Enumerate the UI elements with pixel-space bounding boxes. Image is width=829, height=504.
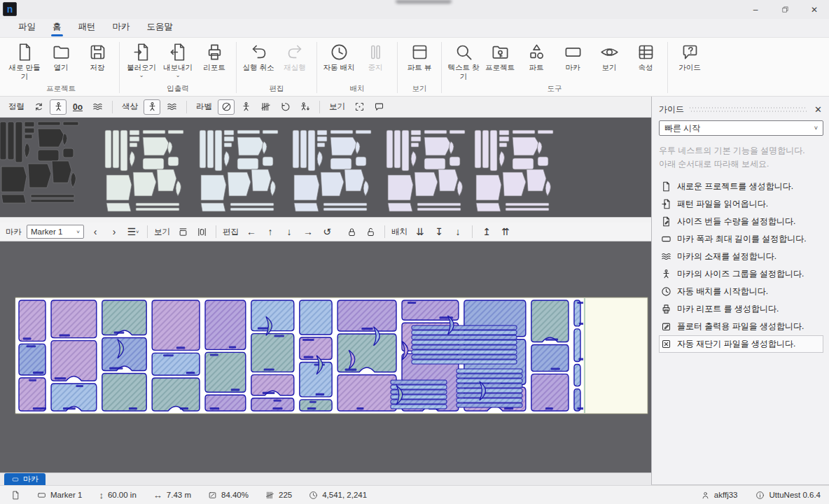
ribbon-group-label: 입출력 xyxy=(124,83,232,96)
close-icon: ✕ xyxy=(811,5,818,15)
label-direction-button[interactable] xyxy=(296,99,313,115)
guide-step-fabric[interactable]: 마카의 소재를 설정합니다. xyxy=(659,248,823,265)
rectangle-icon xyxy=(37,491,46,500)
menu-home[interactable]: 홈 xyxy=(44,18,70,37)
minimize-icon: – xyxy=(753,5,758,15)
unlock-icon xyxy=(365,227,376,237)
report-button[interactable]: 리포트 xyxy=(197,41,232,72)
new-project-button[interactable]: 새로 만들기 xyxy=(7,41,42,80)
waves-icon xyxy=(661,251,671,262)
label-size-button[interactable] xyxy=(237,99,254,115)
guide-step-plotter-file[interactable]: 플로터 출력용 파일을 생성합니다. xyxy=(659,318,823,335)
close-icon[interactable]: ✕ xyxy=(813,104,823,115)
new-document-icon xyxy=(15,43,34,62)
guide-step-size-group[interactable]: 마카의 사이즈 그룹을 설정합니다. xyxy=(659,265,823,283)
marker-select[interactable]: Marker 1 ˅ xyxy=(27,225,84,239)
margin-top-button[interactable] xyxy=(175,224,190,239)
pack-down-button[interactable]: ⇊ xyxy=(412,224,428,239)
pattern-thumbnail-strip[interactable] xyxy=(0,118,651,217)
redo-button[interactable]: 재실행 xyxy=(277,41,312,72)
margin-side-icon xyxy=(197,227,207,237)
export-button[interactable]: 내보내기⌄ xyxy=(160,41,195,78)
marker-menu-button[interactable]: ☰˅ xyxy=(125,224,141,239)
label-count-button[interactable] xyxy=(257,99,274,115)
ribbon-group-io: 불러오기⌄ 내보내기⌄ 리포트 입출력 xyxy=(121,39,235,96)
marker-canvas[interactable] xyxy=(0,241,651,472)
status-user[interactable]: akffj33 xyxy=(701,491,738,500)
snap-up-button[interactable]: ↥ xyxy=(479,224,494,239)
marker-group-label: 마카 xyxy=(6,227,23,237)
move-right-button[interactable]: → xyxy=(300,224,316,239)
auto-nest-button[interactable]: 자동 배치 xyxy=(321,41,356,72)
close-button[interactable]: ✕ xyxy=(800,0,829,19)
annotation-button[interactable] xyxy=(370,99,387,115)
fit-view-button[interactable] xyxy=(351,99,368,115)
move-up-button[interactable]: ↑ xyxy=(263,224,278,239)
export-icon xyxy=(169,43,188,62)
lock-button[interactable] xyxy=(344,224,359,239)
tab-marker[interactable]: 마카 xyxy=(4,473,46,485)
snap-down-button[interactable]: ↧ xyxy=(431,224,447,239)
guide-step-import-pattern[interactable]: 패턴 파일을 읽어옵니다. xyxy=(659,195,823,213)
stop-button[interactable]: 중지 xyxy=(358,41,393,72)
guide-step-size-bundle[interactable]: 사이즈 번들 수량을 설정합니다. xyxy=(659,213,823,230)
import-button[interactable]: 불러오기⌄ xyxy=(124,41,159,78)
step-down-button[interactable]: ↓ xyxy=(450,224,466,239)
undo-button[interactable]: 실행 취소 xyxy=(241,41,276,72)
view-panel-button[interactable]: 보기 xyxy=(592,41,627,72)
sort-by-name-button[interactable]: 0o xyxy=(69,99,86,115)
menu-marker[interactable]: 마카 xyxy=(104,18,139,37)
guide-preset-select[interactable]: 빠른 시작 ˅ xyxy=(659,120,823,136)
label-none-button[interactable] xyxy=(218,99,235,115)
sort-group-label: 정렬 xyxy=(6,102,27,112)
move-down-button[interactable]: ↓ xyxy=(281,224,297,239)
panel-drag-handle[interactable] xyxy=(690,107,807,112)
thumbnail-scrollbar[interactable] xyxy=(0,217,651,223)
open-button[interactable]: 열기 xyxy=(43,41,78,72)
color-by-fabric-button[interactable] xyxy=(163,99,180,115)
view-group-label: 보기 xyxy=(326,102,348,112)
waves-icon xyxy=(92,102,103,112)
text-find-button[interactable]: 텍스트 찾기 xyxy=(446,41,481,80)
next-marker-button[interactable]: › xyxy=(106,224,122,239)
marker-panel-button[interactable]: 마카 xyxy=(555,41,590,72)
vertical-arrows-icon: ↕ xyxy=(99,490,104,500)
minimize-button[interactable]: – xyxy=(741,0,770,19)
toolbar-separator xyxy=(186,101,187,113)
prev-marker-button[interactable]: ‹ xyxy=(88,224,103,239)
menu-help[interactable]: 도움말 xyxy=(139,18,182,37)
status-version[interactable]: UttuNest 0.6.4 xyxy=(755,491,821,500)
color-by-size-button[interactable] xyxy=(144,99,160,115)
restore-button[interactable] xyxy=(770,0,800,19)
project-panel-button[interactable]: 프로젝트 xyxy=(482,41,517,72)
menu-file[interactable]: 파일 xyxy=(10,18,44,37)
ribbon-separator xyxy=(441,42,442,93)
ribbon-group-nest: 자동 배치 중지 배치 xyxy=(319,39,396,96)
label-rotate-button[interactable] xyxy=(277,99,293,115)
eye-icon xyxy=(600,43,619,62)
guide-step-cutter-file[interactable]: 자동 재단기 파일을 생성합니다. xyxy=(659,335,823,353)
guide-button[interactable]: 가이드 xyxy=(672,41,707,72)
restore-icon xyxy=(781,6,789,13)
menu-pattern[interactable]: 패턴 xyxy=(70,18,104,37)
user-icon xyxy=(701,491,710,500)
unlock-button[interactable] xyxy=(363,224,378,239)
guide-step-auto-nest[interactable]: 자동 배치를 시작합니다. xyxy=(659,283,823,300)
guide-step-new-project[interactable]: 새로운 프로젝트를 생성합니다. xyxy=(659,178,823,195)
pack-up-button[interactable]: ⇈ xyxy=(498,224,513,239)
cycle-icon xyxy=(34,102,44,112)
sort-by-fabric-button[interactable] xyxy=(89,99,106,115)
sort-by-size-button[interactable] xyxy=(50,99,67,115)
save-button[interactable]: 저장 xyxy=(80,41,115,72)
guide-step-report[interactable]: 마카 리포트 를 생성합니다. xyxy=(659,300,823,318)
cycle-sort-button[interactable] xyxy=(30,99,47,115)
table-icon xyxy=(410,43,429,62)
rotate-button[interactable]: ↺ xyxy=(319,224,335,239)
part-view-button[interactable]: 파트 뷰 xyxy=(402,41,437,72)
info-icon xyxy=(755,491,765,500)
margin-side-button[interactable] xyxy=(194,224,209,239)
parts-panel-button[interactable]: 파트 xyxy=(519,41,554,72)
guide-step-marker-size[interactable]: 마카 폭과 최대 길이를 설정합니다. xyxy=(659,230,823,248)
properties-panel-button[interactable]: 속성 xyxy=(628,41,663,72)
move-left-button[interactable]: ← xyxy=(244,224,259,239)
